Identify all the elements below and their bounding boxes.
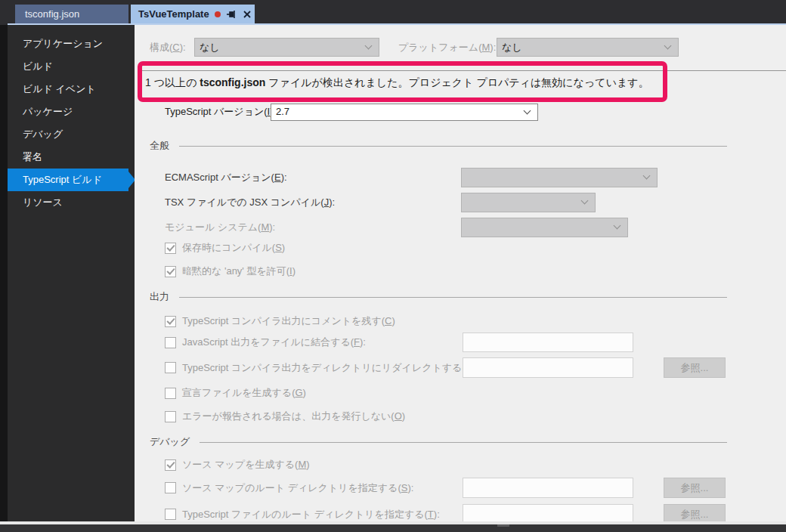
map-root-input[interactable]: [463, 478, 633, 498]
jsx-compile-select[interactable]: [461, 193, 596, 212]
combine-js-input[interactable]: [463, 332, 633, 352]
generate-declaration-checkbox[interactable]: [165, 388, 176, 399]
generate-source-map-checkbox[interactable]: [165, 459, 176, 471]
configuration-value: なし: [195, 39, 379, 54]
configuration-select[interactable]: なし: [194, 38, 379, 57]
grip-mark: [497, 524, 509, 527]
module-system-label: モジュール システム(M):: [165, 218, 275, 237]
browse-map-root-button[interactable]: 参照...: [664, 478, 726, 498]
generate-declaration-label: 宣言ファイルを生成する(G): [182, 386, 306, 400]
typescript-version-select[interactable]: 2.7: [271, 104, 538, 121]
redirect-output-input[interactable]: [463, 357, 633, 378]
sidebar-item-resources[interactable]: リソース: [8, 191, 128, 214]
source-map-row: ソース マップを生成する(M): [165, 459, 310, 471]
ecmascript-version-label: ECMAScript バージョン(E):: [165, 168, 287, 187]
visual-studio-window: tsconfig.json TsVueTemplate: [0, 0, 786, 532]
redirect-output-label: TypeScript コンパイラ出力をディレクトリにリダイレクトする(D):: [182, 361, 478, 375]
platform-label: プラットフォーム(M):: [398, 38, 496, 57]
tab-label: tsconfig.json: [25, 8, 79, 20]
sidebar-item-build-events[interactable]: ビルド イベント: [8, 78, 128, 101]
no-emit-on-error-label: エラーが報告される場合は、出力を発行しない(O): [182, 410, 405, 423]
map-root-label: ソース マップのルート ディレクトリを指定する(S):: [182, 481, 413, 495]
no-emit-row: エラーが報告される場合は、出力を発行しない(O): [165, 410, 405, 422]
keep-comments-label: TypeScript コンパイラ出力にコメントを残す(C): [182, 314, 395, 328]
sidebar-item-debug[interactable]: デバッグ: [8, 123, 128, 146]
no-emit-on-error-checkbox[interactable]: [165, 411, 176, 422]
sidebar-left-strip: [0, 25, 8, 521]
section-line: [179, 297, 727, 298]
redirect-output-row: TypeScript コンパイラ出力をディレクトリにリダイレクトする(D):: [165, 357, 478, 378]
chevron-down-icon: [643, 172, 651, 180]
platform-select[interactable]: なし: [497, 38, 679, 57]
chevron-down-icon: [581, 197, 589, 205]
combine-js-label: JavaScript 出力をファイルに結合する(F):: [182, 336, 366, 349]
typescript-version-label: TypeScript バージョン(I):: [165, 103, 276, 121]
declaration-row: 宣言ファイルを生成する(G): [165, 387, 306, 399]
section-output: 出力: [150, 289, 727, 305]
chevron-down-icon: [614, 222, 621, 230]
section-debug: デバッグ: [150, 435, 727, 450]
unsaved-changes-dot-icon: [215, 11, 221, 17]
compile-on-save-label: 保存時にコンパイル(S): [182, 241, 285, 255]
sidebar-item-build[interactable]: ビルド: [8, 55, 128, 78]
section-line: [179, 146, 727, 147]
compile-on-save-checkbox[interactable]: [165, 243, 176, 254]
keep-comments-row: TypeScript コンパイラ出力にコメントを残す(C): [165, 315, 395, 327]
close-icon[interactable]: [242, 9, 252, 20]
sidebar-item-application[interactable]: アプリケーション: [8, 32, 128, 55]
combine-js-checkbox[interactable]: [165, 337, 176, 348]
generate-source-map-label: ソース マップを生成する(M): [182, 458, 310, 472]
combine-js-row: JavaScript 出力をファイルに結合する(F):: [165, 332, 366, 352]
section-general: 全般: [150, 138, 727, 153]
property-pages-sidebar: アプリケーション ビルド ビルド イベント パッケージ デバッグ 署名 Type…: [8, 25, 135, 521]
section-general-title: 全般: [150, 139, 169, 153]
browse-redirect-button[interactable]: 参照...: [664, 357, 726, 378]
tab-tsvuetemplate[interactable]: TsVueTemplate: [131, 5, 255, 23]
browse-ts-root-button[interactable]: 参照...: [664, 504, 726, 521]
jsx-compile-label: TSX ファイルでの JSX コンパイル(J):: [165, 193, 335, 212]
tab-label: TsVueTemplate: [138, 8, 209, 20]
map-root-checkbox[interactable]: [165, 482, 176, 493]
module-system-select[interactable]: [461, 218, 628, 237]
ecmascript-version-select[interactable]: [461, 168, 658, 187]
allow-any-row: 暗黙的な 'any' 型を許可(I): [165, 265, 296, 277]
platform-value: なし: [497, 39, 678, 54]
typescript-version-value: 2.7: [271, 104, 537, 117]
keep-comments-checkbox[interactable]: [165, 316, 176, 327]
pin-icon[interactable]: [226, 9, 237, 20]
allow-implicit-any-label: 暗黙的な 'any' 型を許可(I): [182, 264, 296, 278]
compile-on-save-row: 保存時にコンパイル(S): [165, 242, 285, 254]
sidebar-item-package[interactable]: パッケージ: [8, 101, 128, 123]
map-root-row: ソース マップのルート ディレクトリを指定する(S):: [165, 478, 413, 498]
tab-tsconfig-json[interactable]: tsconfig.json: [15, 5, 128, 23]
ts-root-row: TypeScript ファイルのルート ディレクトリを指定する(T):: [165, 504, 440, 521]
annotation-highlight-box: [138, 61, 667, 102]
section-output-title: 出力: [150, 290, 169, 304]
document-tab-bar: tsconfig.json TsVueTemplate: [0, 0, 786, 23]
ts-root-checkbox[interactable]: [165, 509, 176, 520]
redirect-output-checkbox[interactable]: [165, 362, 176, 373]
bottom-dark-strip: [0, 524, 786, 532]
allow-implicit-any-checkbox[interactable]: [165, 266, 176, 277]
section-debug-title: デバッグ: [150, 435, 190, 449]
sidebar-item-signing[interactable]: 署名: [8, 146, 128, 169]
ts-root-input[interactable]: [463, 504, 633, 521]
section-line: [200, 442, 727, 443]
ts-root-label: TypeScript ファイルのルート ディレクトリを指定する(T):: [182, 508, 440, 521]
sidebar-item-typescript-build[interactable]: TypeScript ビルド: [8, 169, 128, 191]
configuration-label: 構成(C):: [150, 38, 186, 57]
typescript-build-page: 構成(C): なし プラットフォーム(M): なし 1 つ以上の tsconfi…: [135, 25, 786, 521]
